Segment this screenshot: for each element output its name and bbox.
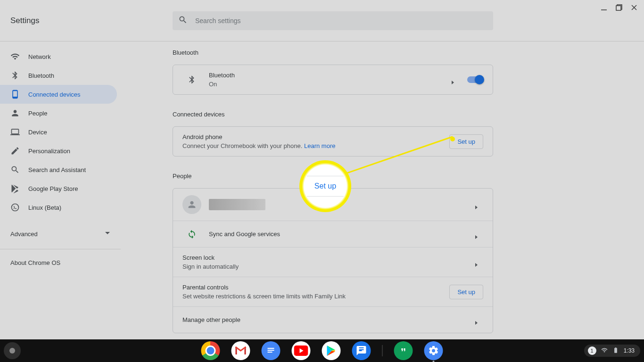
pencil-icon [10, 146, 20, 156]
screenlock-row[interactable]: Screen lock Sign in automatically [173, 247, 493, 277]
sidebar-item-label: Linux (Beta) [28, 204, 61, 211]
sidebar-about-label: About Chrome OS [10, 259, 60, 266]
window-controls [594, 0, 644, 15]
android-phone-title: Android phone [182, 133, 442, 140]
header: Settings [0, 0, 644, 41]
sidebar: Network Bluetooth Connected devices Peop… [0, 41, 121, 339]
divider [0, 249, 121, 249]
parental-title: Parental controls [182, 284, 442, 291]
chevron-right-icon [475, 260, 479, 264]
app-messages[interactable] [352, 341, 371, 360]
wifi-icon [10, 52, 20, 61]
chevron-right-icon [475, 232, 479, 236]
app-hangouts[interactable] [394, 341, 413, 360]
app-youtube[interactable] [292, 341, 311, 360]
page-title: Settings [10, 16, 173, 25]
app-chrome[interactable] [201, 341, 220, 360]
android-setup-button[interactable]: Set up [449, 134, 483, 149]
phone-icon [10, 90, 20, 99]
learn-more-link[interactable]: Learn more [304, 142, 335, 149]
bluetooth-card: Bluetooth On [173, 65, 493, 95]
shelf-divider [382, 345, 383, 356]
notification-count: 1 [588, 346, 596, 355]
chevron-right-icon [475, 318, 479, 322]
sidebar-advanced-label: Advanced [10, 230, 38, 238]
chevron-right-icon [475, 203, 479, 206]
section-title-connected: Connected devices [173, 111, 493, 118]
sync-row[interactable]: Sync and Google services [173, 221, 493, 247]
parental-sub: Set website restrictions & screen time l… [182, 293, 442, 300]
bluetooth-row-title: Bluetooth [209, 72, 446, 79]
android-phone-row: Android phone Connect your Chromebook wi… [173, 127, 493, 156]
search-input[interactable] [195, 17, 487, 25]
app-gmail[interactable] [231, 341, 250, 360]
sidebar-item-personalization[interactable]: Personalization [0, 141, 121, 160]
maximize-icon[interactable] [616, 4, 622, 11]
account-name-blurred [209, 199, 265, 210]
sidebar-item-people[interactable]: People [0, 104, 121, 123]
screenlock-title: Screen lock [182, 254, 470, 261]
section-title-bluetooth: Bluetooth [173, 49, 493, 56]
sidebar-item-label: Device [28, 129, 47, 136]
main-content: Bluetooth Bluetooth On Connected devices [121, 41, 644, 339]
close-icon[interactable] [631, 4, 637, 11]
sidebar-item-label: People [28, 110, 47, 117]
bluetooth-icon [182, 75, 201, 84]
sidebar-advanced[interactable]: Advanced [0, 224, 121, 243]
app-settings[interactable] [424, 341, 443, 360]
sidebar-item-label: Search and Assistant [28, 166, 86, 173]
sidebar-item-label: Network [28, 53, 51, 60]
search-icon [10, 165, 20, 174]
manage-people-title: Manage other people [182, 316, 470, 323]
sidebar-item-label: Google Play Store [28, 185, 78, 192]
bluetooth-row[interactable]: Bluetooth On [173, 65, 493, 94]
svg-rect-7 [268, 348, 274, 349]
chevron-down-icon [105, 230, 110, 238]
bluetooth-toggle[interactable] [467, 76, 483, 83]
parental-row: Parental controls Set website restrictio… [173, 277, 493, 306]
manage-people-row[interactable]: Manage other people [173, 306, 493, 333]
sidebar-item-network[interactable]: Network [0, 47, 121, 66]
bluetooth-row-status: On [209, 81, 446, 88]
android-phone-desc-text: Connect your Chromebook with your phone. [182, 142, 302, 149]
laptop-icon [10, 127, 20, 137]
launcher-icon [9, 348, 15, 354]
people-card: Sync and Google services Screen lock Sig… [173, 188, 493, 333]
sync-title: Sync and Google services [209, 230, 470, 238]
wifi-status-icon [601, 347, 608, 355]
android-phone-desc: Connect your Chromebook with your phone.… [182, 142, 442, 149]
section-title-people: People [173, 173, 493, 180]
connected-card: Android phone Connect your Chromebook wi… [173, 126, 493, 156]
sidebar-item-device[interactable]: Device [0, 123, 121, 141]
svg-rect-9 [268, 352, 272, 353]
account-row[interactable] [173, 189, 493, 221]
avatar [182, 195, 201, 214]
launcher-button[interactable] [4, 342, 21, 359]
sync-icon [182, 230, 201, 239]
sidebar-item-linux[interactable]: Linux (Beta) [0, 198, 121, 217]
minimize-icon[interactable] [601, 4, 607, 11]
chevron-right-icon [451, 78, 455, 82]
sidebar-about[interactable]: About Chrome OS [0, 253, 121, 272]
status-tray[interactable]: 1 1:33 [584, 345, 640, 357]
battery-status-icon [612, 347, 619, 355]
screenlock-sub: Sign in automatically [182, 263, 470, 270]
search-box[interactable] [173, 11, 493, 30]
sidebar-item-bluetooth[interactable]: Bluetooth [0, 66, 121, 85]
app-play-store[interactable] [322, 341, 341, 360]
sidebar-item-connected-devices[interactable]: Connected devices [0, 85, 117, 104]
clock: 1:33 [624, 347, 635, 354]
svg-rect-2 [616, 6, 621, 10]
app-docs[interactable] [262, 341, 281, 360]
sidebar-item-play-store[interactable]: Google Play Store [0, 179, 121, 198]
svg-rect-8 [268, 350, 274, 351]
search-icon [178, 15, 195, 26]
sidebar-item-label: Connected devices [28, 91, 81, 98]
shelf-apps [201, 341, 443, 360]
svg-point-5 [12, 204, 19, 211]
linux-icon [10, 203, 20, 212]
sidebar-item-label: Bluetooth [28, 72, 54, 79]
sidebar-item-search-assistant[interactable]: Search and Assistant [0, 160, 121, 179]
parental-setup-button[interactable]: Set up [449, 285, 483, 299]
person-icon [10, 108, 20, 118]
